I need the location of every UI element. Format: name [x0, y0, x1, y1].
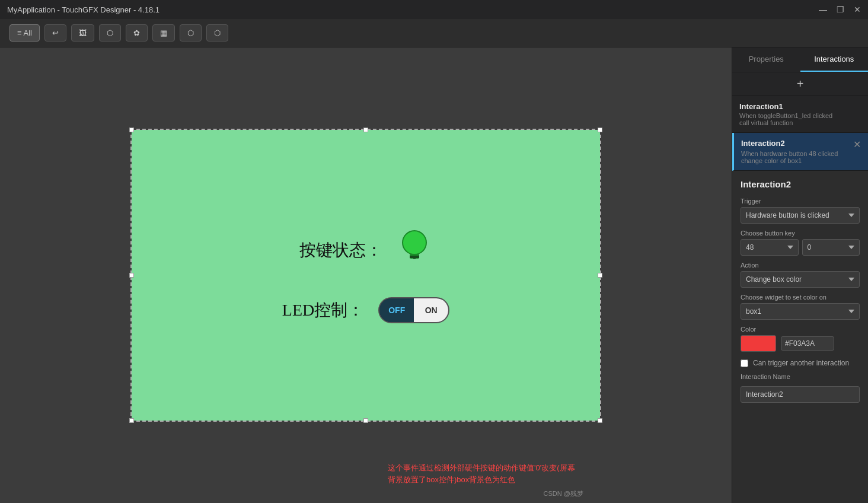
close-button[interactable]: ✕	[854, 5, 861, 14]
toolbar-btn7[interactable]: ⬡	[206, 24, 228, 42]
handle-top-left[interactable]	[129, 128, 134, 132]
key-state-row: 按键状态：	[299, 228, 432, 273]
minimize-button[interactable]: —	[819, 5, 827, 14]
watermark: CSDN @残梦	[544, 489, 583, 498]
can-trigger-checkbox[interactable]	[741, 359, 748, 367]
annotation-text: 这个事件通过检测外部硬件按键的动作键值'0'改变(屏幕背景放置了box控件)bo…	[388, 462, 577, 485]
titlebar-controls: — ❐ ✕	[819, 5, 861, 14]
button-key-label: Choose button key	[741, 230, 860, 237]
detail-title: Interaction2	[741, 179, 860, 189]
toolbar-all-button[interactable]: ≡ All	[9, 24, 40, 42]
interaction-item-2-desc1: When hardware button 48 clicked	[741, 150, 861, 157]
toolbar-btn5[interactable]: ▦	[152, 24, 175, 42]
toolbar-btn2[interactable]: 🖼	[71, 24, 94, 42]
interaction-list: Interaction1 When toggleButton1_led clic…	[732, 96, 868, 171]
action-label: Action	[741, 262, 860, 269]
maximize-button[interactable]: ❐	[837, 5, 844, 14]
canvas-area: 按键状态： LED控制：	[0, 47, 732, 503]
toolbar-btn4[interactable]: ✿	[126, 24, 148, 42]
handle-bottom-center[interactable]	[363, 418, 368, 423]
action-select[interactable]: Change box color	[741, 271, 860, 288]
color-hex-input[interactable]	[781, 336, 834, 351]
app-title: MyApplication - TouchGFX Designer - 4.18…	[7, 5, 159, 14]
add-interaction-button[interactable]: +	[732, 72, 868, 96]
toggle-on-label: ON	[414, 298, 448, 322]
button-key-select-2[interactable]: 0	[802, 239, 860, 256]
toolbar-btn3[interactable]: ⬡	[99, 24, 121, 42]
color-label: Color	[741, 326, 860, 333]
interaction-item-1-desc2: call virtual function	[739, 119, 861, 126]
lightbulb-icon	[397, 228, 432, 273]
right-panel: Properties Interactions + Interaction1 W…	[732, 47, 868, 503]
trigger-label: Trigger	[741, 198, 860, 205]
button-key-row: 48 0	[741, 239, 860, 256]
panel-tabs: Properties Interactions	[732, 47, 868, 72]
widget-select[interactable]: box1	[741, 303, 860, 320]
interaction-item-1[interactable]: Interaction1 When toggleButton1_led clic…	[732, 96, 868, 133]
canvas-widget: 按键状态： LED控制：	[130, 129, 601, 422]
interaction-item-1-header: Interaction1	[739, 102, 861, 112]
handle-top-center[interactable]	[363, 128, 368, 132]
handle-top-right[interactable]	[598, 128, 602, 132]
toolbar-btn6[interactable]: ⬡	[180, 24, 202, 42]
key-state-label: 按键状态：	[299, 239, 382, 262]
interaction-name-input[interactable]	[741, 386, 860, 403]
led-control-row: LED控制： OFF ON	[282, 297, 449, 323]
toggle-switch[interactable]: OFF ON	[378, 297, 449, 323]
interaction-item-1-title: Interaction1	[739, 102, 783, 111]
can-trigger-label: Can trigger another interaction	[753, 359, 849, 367]
color-swatch[interactable]	[741, 335, 776, 352]
interaction-detail-panel: Interaction2 Trigger Hardware button is …	[732, 171, 868, 503]
trigger-select[interactable]: Hardware button is clicked	[741, 207, 860, 224]
handle-middle-right[interactable]	[598, 273, 602, 278]
interaction-item-2-title: Interaction2	[741, 139, 785, 148]
interaction-2-close-button[interactable]: ✕	[853, 139, 861, 150]
canvas-content: 按键状态： LED控制：	[132, 130, 600, 421]
toolbar-btn1[interactable]: ↩	[44, 24, 66, 42]
handle-bottom-right[interactable]	[598, 418, 602, 423]
color-row	[741, 335, 860, 352]
toolbar: ≡ All ↩ 🖼 ⬡ ✿ ▦ ⬡ ⬡	[0, 19, 868, 47]
interaction-item-2-header: Interaction2 ✕	[741, 139, 861, 150]
interaction-item-2-desc2: change color of box1	[741, 157, 861, 164]
toggle-off-label: OFF	[379, 298, 414, 322]
button-key-select-1[interactable]: 48	[741, 239, 799, 256]
interaction-name-label: Interaction Name	[741, 373, 860, 380]
widget-label: Choose widget to set color on	[741, 294, 860, 301]
main-layout: 按键状态： LED控制：	[0, 47, 868, 503]
can-trigger-row: Can trigger another interaction	[741, 359, 860, 367]
tab-properties[interactable]: Properties	[732, 47, 800, 72]
titlebar: MyApplication - TouchGFX Designer - 4.18…	[0, 0, 868, 19]
svg-point-0	[403, 231, 426, 254]
handle-bottom-left[interactable]	[129, 418, 134, 423]
led-control-label: LED控制：	[282, 299, 364, 321]
interaction-item-2[interactable]: Interaction2 ✕ When hardware button 48 c…	[732, 133, 868, 171]
handle-middle-left[interactable]	[129, 273, 134, 278]
interaction-item-1-desc1: When toggleButton1_led clicked	[739, 112, 861, 119]
tab-interactions[interactable]: Interactions	[800, 47, 869, 72]
